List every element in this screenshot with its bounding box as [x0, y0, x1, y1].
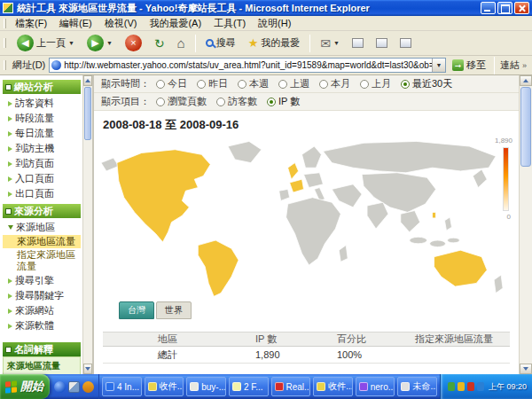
radio-visitors[interactable]: 訪客數 [216, 95, 257, 108]
task-button-8[interactable]: 未命... [397, 377, 437, 396]
mail-button[interactable]: ✉ ▼ [316, 35, 344, 51]
links-button[interactable]: 連結 » [500, 59, 528, 72]
minimize-button[interactable] [481, 2, 496, 14]
task-button-3[interactable]: buy-... [186, 377, 226, 396]
scroll-up-icon[interactable] [520, 75, 532, 86]
sidebar-item-hourly-traffic[interactable]: 時段流量 [3, 111, 81, 126]
task-button-1[interactable]: 4 In... [102, 377, 142, 396]
radio-icon [278, 80, 287, 89]
sidebar-scrollbar[interactable] [82, 75, 92, 374]
forward-button[interactable]: ▶ ▼ [82, 33, 117, 53]
menu-help[interactable]: 說明(H) [252, 16, 297, 31]
sidebar-item-visited-pages[interactable]: 到訪頁面 [3, 156, 81, 171]
task-button-6[interactable]: 收件... [313, 377, 353, 396]
print-button[interactable] [348, 36, 368, 50]
sidebar-item-referring-sites[interactable]: 來源網站 [3, 303, 81, 318]
sidebar-item-search-keywords[interactable]: 搜尋關鍵字 [3, 288, 81, 303]
triangle-icon [8, 131, 12, 137]
menu-edit[interactable]: 編輯(E) [53, 16, 98, 31]
radio-pageviews[interactable]: 瀏覽頁數 [156, 95, 207, 108]
maximize-button[interactable] [497, 2, 512, 14]
radio-ip-count[interactable]: IP 數 [267, 95, 300, 108]
task-buttons: 4 In... 收件... buy-... 2 F... Real... 收件.… [99, 374, 440, 399]
world-map[interactable]: 1,890 0 [99, 135, 513, 300]
sidebar-item-visitor-data[interactable]: 訪客資料 [3, 96, 81, 111]
sidebar-item-specified-source-region-traffic[interactable]: 指定來源地區流量 [3, 248, 81, 273]
messenger-icon [400, 38, 411, 48]
tray-update-icon[interactable] [458, 382, 465, 391]
search-button[interactable]: 搜尋 [201, 35, 240, 51]
scrollbar-thumb[interactable] [84, 87, 91, 140]
task-button-2[interactable]: 收件... [145, 377, 184, 396]
messenger-button[interactable] [395, 36, 416, 50]
sidebar-item-source-software[interactable]: 來源軟體 [3, 318, 81, 333]
windows-logo-icon [5, 380, 17, 393]
home-button[interactable]: ⌂ [173, 35, 190, 51]
tab-taiwan[interactable]: 台灣 [119, 301, 154, 319]
triangle-icon [8, 309, 12, 314]
radio-this-month[interactable]: 本月 [319, 77, 350, 90]
sidebar-item-visiting-hosts[interactable]: 到訪主機 [3, 141, 81, 156]
app-icon [3, 3, 13, 13]
media-player-icon[interactable] [82, 381, 94, 393]
task-button-7[interactable]: nero... [356, 377, 395, 396]
menu-favorites[interactable]: 我的最愛(A) [143, 16, 207, 31]
radio-last-month[interactable]: 上月 [360, 77, 391, 90]
menu-view[interactable]: 檢視(V) [98, 16, 144, 31]
window-title: 統計工具 來源地區世界流量 - Yahoo!奇摩站長工具 - Microsoft… [17, 2, 479, 15]
sidebar-item-daily-traffic[interactable]: 每日流量 [3, 126, 81, 141]
start-label: 開始 [20, 379, 43, 395]
item-filter-label: 顯示項目： [101, 95, 156, 108]
sidebar-item-exit-pages[interactable]: 出口頁面 [3, 186, 81, 201]
tab-world[interactable]: 世界 [156, 301, 192, 319]
favorites-button[interactable]: ★ 我的最愛 [244, 35, 305, 51]
menu-file[interactable]: 檔案(F) [9, 16, 53, 31]
tray-network-icon[interactable] [477, 382, 484, 391]
triangle-icon [8, 324, 12, 329]
address-bar: 網址(D) ▼ ➞ 移至 連結 » [0, 56, 532, 75]
radio-last-30-days[interactable]: 最近30天 [401, 77, 452, 90]
tray-app-icon[interactable] [467, 382, 474, 391]
show-desktop-icon[interactable] [68, 381, 80, 393]
address-input[interactable] [64, 59, 432, 72]
edit-button[interactable] [372, 36, 392, 50]
radio-today[interactable]: 今日 [156, 77, 187, 90]
radio-this-week[interactable]: 本週 [238, 77, 269, 90]
chevron-down-icon: ▼ [68, 40, 74, 46]
print-icon [352, 38, 364, 48]
back-button[interactable]: ◀ 上一頁 ▼ [12, 33, 79, 53]
browser-viewport: 網站分析 訪客資料 時段流量 每日流量 到訪主機 到訪頁面 入口頁面 出口頁面 … [0, 75, 532, 374]
map-tabs: 台灣 世界 [119, 301, 519, 319]
task-icon [275, 382, 284, 391]
menu-tools[interactable]: 工具(T) [207, 16, 252, 31]
clock[interactable]: 上午 09:20 [489, 381, 527, 393]
scroll-up-icon[interactable] [83, 75, 92, 86]
scroll-down-icon[interactable] [83, 364, 92, 374]
refresh-button[interactable]: ↻ [150, 35, 169, 51]
sidebar-item-entry-pages[interactable]: 入口頁面 [3, 171, 81, 186]
world-map-svg[interactable] [99, 135, 513, 300]
chevron-down-icon: ▼ [333, 40, 340, 46]
scroll-down-icon[interactable] [520, 364, 532, 374]
radio-yesterday[interactable]: 昨日 [197, 77, 228, 90]
page-scrollbar[interactable] [519, 75, 532, 374]
task-button-4[interactable]: 2 F... [229, 377, 269, 396]
go-button[interactable]: ➞ 移至 [450, 58, 489, 73]
sidebar-item-search-engines[interactable]: 搜尋引擎 [3, 273, 81, 288]
task-button-5[interactable]: Real... [271, 377, 311, 396]
stop-icon: × [125, 35, 142, 51]
scrollbar-thumb[interactable] [520, 87, 531, 167]
sidebar-item-source-region-traffic[interactable]: 來源地區流量 [3, 235, 81, 248]
home-icon: ⌂ [177, 36, 185, 50]
sidebar-item-source-region[interactable]: 來源地區 [3, 220, 81, 235]
radio-icon [319, 80, 328, 89]
radio-last-week[interactable]: 上週 [278, 77, 309, 90]
start-button[interactable]: 開始 [0, 374, 50, 399]
stop-button[interactable]: × [121, 33, 146, 53]
toolbar-separator [494, 57, 495, 74]
ie-quicklaunch-icon[interactable] [54, 381, 66, 393]
tray-antivirus-icon[interactable] [448, 382, 455, 391]
desktop: 統計工具 來源地區世界流量 - Yahoo!奇摩站長工具 - Microsoft… [0, 0, 532, 399]
address-dropdown-button[interactable]: ▼ [432, 59, 445, 72]
close-button[interactable] [514, 2, 529, 14]
